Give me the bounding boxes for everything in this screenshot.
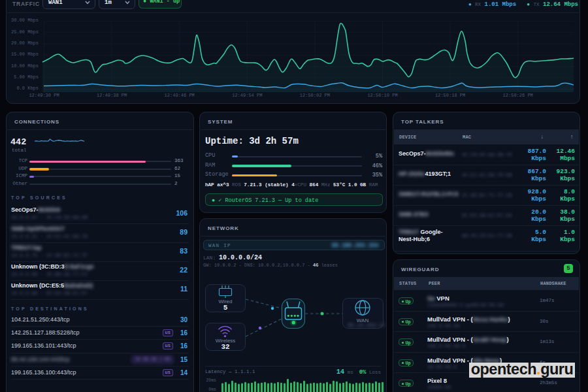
svg-text:12:50:02 PM: 12:50:02 PM: [300, 93, 330, 98]
svg-text:15.00 Mbps: 15.00 Mbps: [11, 52, 39, 57]
svg-text:12:50:18 PM: 12:50:18 PM: [435, 93, 465, 98]
svg-text:25.00 Mbps: 25.00 Mbps: [11, 29, 39, 35]
svg-text:20.00 Mbps: 20.00 Mbps: [11, 41, 39, 46]
svg-text:12:49:38 PM: 12:49:38 PM: [97, 93, 127, 98]
svg-text:12:50:26 PM: 12:50:26 PM: [503, 93, 533, 98]
svg-text:12:49:54 PM: 12:49:54 PM: [232, 93, 262, 98]
svg-text:12:49:46 PM: 12:49:46 PM: [165, 93, 195, 98]
svg-text:5.00 Mbps: 5.00 Mbps: [14, 74, 39, 80]
svg-text:0.0 Kbps: 0.0 Kbps: [16, 86, 39, 91]
svg-text:10.00 Mbps: 10.00 Mbps: [11, 63, 39, 69]
svg-text:5: 5: [223, 304, 228, 312]
svg-text:30.00 Mbps: 30.00 Mbps: [11, 18, 39, 23]
svg-text:32: 32: [221, 343, 229, 351]
svg-text:12:49:30 PM: 12:49:30 PM: [29, 93, 59, 98]
svg-text:12:50:10 PM: 12:50:10 PM: [367, 93, 397, 98]
